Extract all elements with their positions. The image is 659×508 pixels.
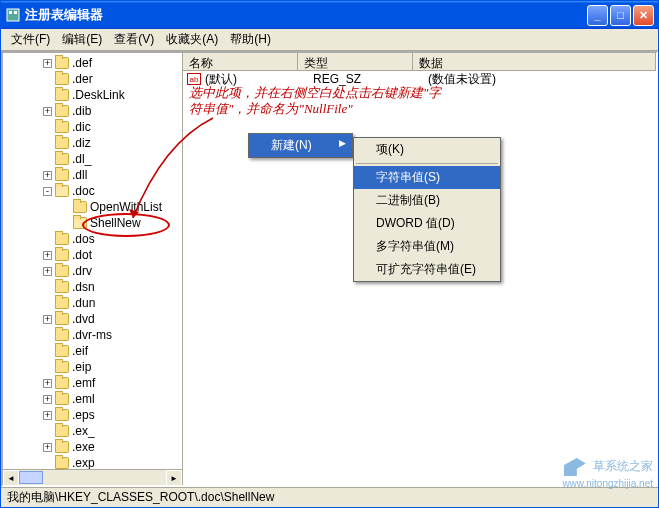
folder-icon <box>55 105 69 117</box>
folder-icon <box>55 169 69 181</box>
tree-node[interactable]: .dsn <box>3 279 182 295</box>
tree-node[interactable]: +.emf <box>3 375 182 391</box>
status-path: 我的电脑\HKEY_CLASSES_ROOT\.doc\ShellNew <box>7 489 274 506</box>
col-type[interactable]: 类型 <box>298 53 413 70</box>
folder-icon <box>55 297 69 309</box>
ctx-new-multistring[interactable]: 多字符串值(M) <box>354 235 500 258</box>
menu-edit[interactable]: 编辑(E) <box>56 29 108 50</box>
tree-node[interactable]: .eif <box>3 343 182 359</box>
expand-icon[interactable]: + <box>43 59 52 68</box>
tree-node-label: .eif <box>72 344 88 358</box>
no-expand <box>43 123 52 132</box>
tree-node[interactable]: +.dvd <box>3 311 182 327</box>
column-headers: 名称 类型 数据 <box>183 53 656 71</box>
tree-node[interactable]: .ex_ <box>3 423 182 439</box>
expand-icon[interactable]: + <box>43 267 52 276</box>
titlebar[interactable]: 注册表编辑器 _ □ ✕ <box>1 1 658 29</box>
expand-icon[interactable]: + <box>43 107 52 116</box>
tree-node[interactable]: +.exe <box>3 439 182 455</box>
value-type: REG_SZ <box>313 72 428 86</box>
folder-icon <box>55 233 69 245</box>
menu-view[interactable]: 查看(V) <box>108 29 160 50</box>
ctx-new-dword[interactable]: DWORD 值(D) <box>354 212 500 235</box>
scroll-right-arrow[interactable]: ► <box>166 470 182 485</box>
tree-node[interactable]: -.doc <box>3 183 182 199</box>
menu-file[interactable]: 文件(F) <box>5 29 56 50</box>
tree-node-label: .exp <box>72 456 95 470</box>
no-expand <box>61 203 70 212</box>
tree-node[interactable]: .dl_ <box>3 151 182 167</box>
tree-node-label: .emf <box>72 376 95 390</box>
tree-node-label: .exe <box>72 440 95 454</box>
menu-help[interactable]: 帮助(H) <box>224 29 277 50</box>
svg-rect-1 <box>9 11 12 14</box>
no-expand <box>43 363 52 372</box>
ctx-new[interactable]: 新建(N) ▶ <box>249 134 352 157</box>
tree-node[interactable]: +.eml <box>3 391 182 407</box>
tree-node[interactable]: +.drv <box>3 263 182 279</box>
expand-icon[interactable]: + <box>43 443 52 452</box>
folder-icon <box>55 73 69 85</box>
tree-node-label: .dl_ <box>72 152 91 166</box>
values-pane[interactable]: 名称 类型 数据 ab (默认) REG_SZ (数值未设置) 选中此项，并在右… <box>183 53 656 485</box>
ctx-new-key[interactable]: 项(K) <box>354 138 500 161</box>
tree-node[interactable]: .eip <box>3 359 182 375</box>
scroll-thumb[interactable] <box>19 471 43 484</box>
folder-icon <box>55 57 69 69</box>
expand-icon[interactable]: + <box>43 379 52 388</box>
tree-node-label: .dvd <box>72 312 95 326</box>
tree-node-label: .eml <box>72 392 95 406</box>
tree-node[interactable]: +.eps <box>3 407 182 423</box>
ctx-new-binary[interactable]: 二进制值(B) <box>354 189 500 212</box>
folder-icon <box>55 153 69 165</box>
folder-icon <box>55 137 69 149</box>
tree-node[interactable]: +.def <box>3 55 182 71</box>
no-expand <box>43 459 52 468</box>
statusbar: 我的电脑\HKEY_CLASSES_ROOT\.doc\ShellNew <box>1 487 658 507</box>
no-expand <box>43 91 52 100</box>
no-expand <box>43 299 52 308</box>
col-name[interactable]: 名称 <box>183 53 298 70</box>
scroll-left-arrow[interactable]: ◄ <box>3 470 19 485</box>
tree-node[interactable]: +.dib <box>3 103 182 119</box>
folder-icon <box>55 409 69 421</box>
folder-icon <box>55 265 69 277</box>
tree-node[interactable]: .diz <box>3 135 182 151</box>
expand-icon[interactable]: + <box>43 315 52 324</box>
expand-icon[interactable]: + <box>43 411 52 420</box>
expand-icon[interactable]: + <box>43 395 52 404</box>
collapse-icon[interactable]: - <box>43 187 52 196</box>
folder-icon <box>55 121 69 133</box>
tree-node[interactable]: .dvr-ms <box>3 327 182 343</box>
folder-icon <box>55 185 69 197</box>
tree-horizontal-scrollbar[interactable]: ◄ ► <box>3 469 182 485</box>
tree-node[interactable]: .dun <box>3 295 182 311</box>
context-submenu-new: 项(K) 字符串值(S) 二进制值(B) DWORD 值(D) 多字符串值(M)… <box>353 137 501 282</box>
folder-icon <box>55 361 69 373</box>
tree-node[interactable]: +.dll <box>3 167 182 183</box>
tree-node[interactable]: .DeskLink <box>3 87 182 103</box>
tree-node-label: .dun <box>72 296 95 310</box>
close-button[interactable]: ✕ <box>633 5 654 26</box>
folder-icon <box>55 249 69 261</box>
tree-node-label: .dvr-ms <box>72 328 112 342</box>
expand-icon[interactable]: + <box>43 251 52 260</box>
tree-node[interactable]: OpenWithList <box>3 199 182 215</box>
registry-tree[interactable]: +.def.der.DeskLink+.dib.dic.diz.dl_+.dll… <box>3 53 183 485</box>
folder-icon <box>55 393 69 405</box>
menu-favorites[interactable]: 收藏夹(A) <box>160 29 224 50</box>
tree-node[interactable]: +.dot <box>3 247 182 263</box>
ctx-new-expandstring[interactable]: 可扩充字符串值(E) <box>354 258 500 281</box>
minimize-button[interactable]: _ <box>587 5 608 26</box>
no-expand <box>43 347 52 356</box>
ctx-new-string[interactable]: 字符串值(S) <box>354 166 500 189</box>
expand-icon[interactable]: + <box>43 171 52 180</box>
col-data[interactable]: 数据 <box>413 53 656 70</box>
tree-node[interactable]: .dic <box>3 119 182 135</box>
maximize-button[interactable]: □ <box>610 5 631 26</box>
tree-node[interactable]: ShellNew <box>3 215 182 231</box>
tree-node[interactable]: .der <box>3 71 182 87</box>
tree-node-label: .dll <box>72 168 87 182</box>
tree-node-label: .eps <box>72 408 95 422</box>
tree-node-label: .DeskLink <box>72 88 125 102</box>
